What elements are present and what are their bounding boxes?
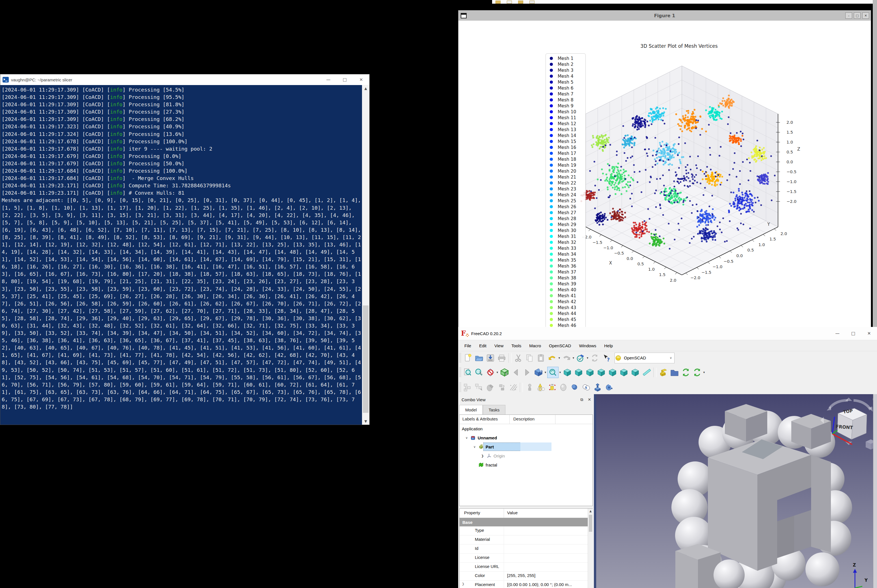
menu-openscad[interactable]: OpenSCAD <box>545 342 575 349</box>
draw-style-icon[interactable] <box>533 367 544 378</box>
chevron-down-icon[interactable]: ∨ <box>670 356 672 360</box>
chevron-right-icon[interactable]: ❯ <box>462 582 464 586</box>
folder-dark-icon[interactable] <box>669 367 680 378</box>
refresh-icon[interactable] <box>590 352 600 363</box>
menu-macro[interactable]: Macro <box>525 342 545 349</box>
ruler-icon[interactable] <box>641 367 652 378</box>
property-row-color[interactable]: Color[255, 255, 255] <box>460 572 593 580</box>
save-icon[interactable] <box>485 352 496 363</box>
chevron-right-icon[interactable]: ❯ <box>480 454 484 458</box>
tab-model[interactable]: Model <box>459 405 483 414</box>
gray-move-icon[interactable] <box>496 382 507 393</box>
dropdown-arrow-icon[interactable]: ▼ <box>559 367 562 378</box>
undo-icon[interactable] <box>547 352 558 363</box>
float-panel-icon[interactable]: ⧉ <box>580 397 583 402</box>
property-row-placement[interactable]: ❯Placement[(0.00 0.00 1.00); 0.00 °; (0.… <box>460 580 593 588</box>
scroll-up-icon[interactable]: ▲ <box>588 508 593 514</box>
toolbar-handle[interactable] <box>459 382 461 393</box>
cube-right-icon[interactable] <box>596 367 607 378</box>
menu-edit[interactable]: Edit <box>475 342 490 349</box>
open-icon[interactable] <box>474 352 484 363</box>
cube-front-icon[interactable] <box>573 367 584 378</box>
gray-ellipse-icon[interactable] <box>558 382 569 393</box>
pawn-icon[interactable] <box>524 382 535 393</box>
tree-item-unnamed[interactable]: ∨Unnamed <box>460 433 593 442</box>
property-group-base[interactable]: Base <box>460 518 593 526</box>
property-row-id[interactable]: Id <box>460 544 593 554</box>
close-button[interactable]: ✕ <box>862 12 869 19</box>
refresh-green-icon[interactable] <box>692 367 703 378</box>
redo-icon[interactable] <box>561 352 572 363</box>
tree-collapse-icon[interactable] <box>474 382 484 393</box>
intersection-icon[interactable] <box>581 382 592 393</box>
close-panel-icon[interactable]: ✕ <box>588 397 591 402</box>
menu-view[interactable]: View <box>490 342 507 349</box>
refresh-green-icon[interactable] <box>680 367 691 378</box>
chevron-down-icon[interactable]: ∨ <box>465 436 469 440</box>
terminal-body[interactable]: [2024-06-01 11:29:17.309] [CoACD] [info]… <box>0 85 369 424</box>
cut-icon[interactable] <box>513 352 524 363</box>
part-yellow-icon[interactable] <box>658 367 669 378</box>
cube-bottom-icon[interactable] <box>618 367 629 378</box>
freecad-titlebar[interactable]: F FreeCAD 0.20.2 — □ ✕ <box>458 327 877 340</box>
terminal-scrollbar[interactable]: ▲ ▼ <box>362 85 369 424</box>
toolbar-handle[interactable] <box>459 353 461 363</box>
property-row-type[interactable]: Type <box>460 526 593 536</box>
minimize-button[interactable]: – <box>845 12 852 19</box>
hull-icon[interactable] <box>547 382 558 393</box>
box-select-icon[interactable] <box>499 367 510 378</box>
tree-item-fractal[interactable]: fractal <box>460 460 593 470</box>
dropdown-arrow-icon[interactable]: ▼ <box>572 352 575 363</box>
whats-this-icon[interactable]: ? <box>601 352 611 363</box>
dropdown-arrow-icon[interactable]: ▼ <box>544 367 547 378</box>
dropdown-arrow-icon[interactable]: ▼ <box>496 367 499 378</box>
property-scrollbar[interactable]: ▲ <box>588 508 593 588</box>
property-editor[interactable]: Property Value Base TypeMaterialIdLicens… <box>459 508 593 588</box>
minkowski-icon[interactable] <box>536 382 546 393</box>
scroll-up-icon[interactable]: ▲ <box>362 85 369 92</box>
gray-hatch-icon[interactable] <box>508 382 518 393</box>
figure-titlebar[interactable]: Figure 1 – □ ✕ <box>459 10 871 21</box>
model-tree[interactable]: Labels & Attributes Description Applicat… <box>459 414 593 506</box>
gray-edit-icon[interactable] <box>485 382 496 393</box>
tree-item-origin[interactable]: ❯Origin <box>460 451 593 460</box>
panel-splitter[interactable] <box>594 394 596 588</box>
zoom-sel-icon[interactable] <box>474 367 484 378</box>
copy-icon[interactable] <box>524 352 535 363</box>
no-sign-icon[interactable] <box>485 367 496 378</box>
cube-axo-icon[interactable] <box>562 367 573 378</box>
tab-tasks[interactable]: Tasks <box>483 405 505 414</box>
3d-viewport[interactable]: TOPFRONTZY <box>596 394 873 588</box>
property-row-license[interactable]: License <box>460 554 593 562</box>
zoom-fit-icon[interactable] <box>462 367 473 378</box>
minimize-button[interactable]: — <box>829 327 845 340</box>
maximize-button[interactable]: □ <box>337 74 353 85</box>
cube-rear-icon[interactable] <box>607 367 618 378</box>
chevron-down-icon[interactable]: ∨ <box>472 445 477 449</box>
revolve-icon[interactable] <box>603 382 614 393</box>
check-edit-icon[interactable] <box>575 352 586 363</box>
menu-windows[interactable]: Windows <box>575 342 600 349</box>
dropdown-arrow-icon[interactable]: ▼ <box>558 352 561 363</box>
scroll-down-icon[interactable]: ▼ <box>362 418 369 424</box>
tree-expand-icon[interactable] <box>462 382 473 393</box>
property-row-license-url[interactable]: License URL <box>460 562 593 572</box>
menu-tools[interactable]: Tools <box>507 342 525 349</box>
scrollbar-thumb[interactable] <box>363 306 369 413</box>
tree-item-part[interactable]: ∨Part <box>460 442 593 451</box>
cube-top-icon[interactable] <box>585 367 595 378</box>
property-row-material[interactable]: Material <box>460 536 593 544</box>
maximize-button[interactable]: □ <box>854 12 860 19</box>
workbench-selector[interactable]: OpenSCAD∨ <box>615 352 674 363</box>
sync-view-sel-icon[interactable] <box>547 367 558 378</box>
dropdown-arrow-icon[interactable]: ▼ <box>703 367 706 378</box>
new-document-icon[interactable] <box>462 352 473 363</box>
close-button[interactable]: ✕ <box>861 327 877 340</box>
close-button[interactable]: ✕ <box>353 74 369 85</box>
combo-view-header[interactable]: Combo View ⧉ ✕ <box>458 394 594 405</box>
toolbar-handle[interactable] <box>459 368 461 378</box>
paste-icon[interactable] <box>536 352 546 363</box>
terminal-titlebar[interactable]: vaughn@PC: ~/parametric slicer — □ ✕ <box>0 74 369 85</box>
union-icon[interactable] <box>570 382 580 393</box>
menu-help[interactable]: Help <box>600 342 617 349</box>
